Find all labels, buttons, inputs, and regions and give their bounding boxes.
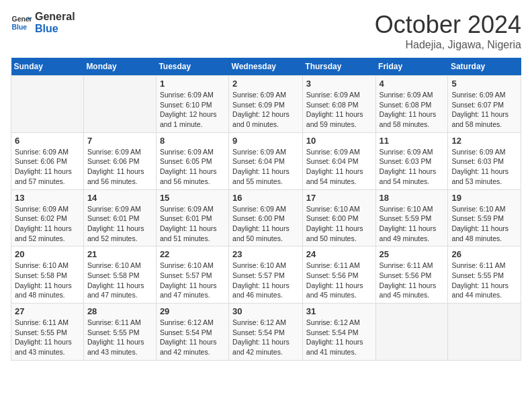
day-number: 18 <box>380 193 445 203</box>
calendar-cell: 2Sunrise: 6:09 AMSunset: 6:09 PMDaylight… <box>229 76 303 133</box>
day-info: Sunrise: 6:09 AMSunset: 6:09 PMDaylight:… <box>232 90 299 130</box>
day-info: Sunrise: 6:10 AMSunset: 5:57 PMDaylight:… <box>232 261 299 300</box>
calendar-week: 20Sunrise: 6:10 AMSunset: 5:58 PMDayligh… <box>11 246 521 304</box>
calendar-cell: 14Sunrise: 6:09 AMSunset: 6:01 PMDayligh… <box>83 189 156 246</box>
day-info: Sunrise: 6:09 AMSunset: 6:01 PMDaylight:… <box>160 204 225 244</box>
weekday-row: SundayMondayTuesdayWednesdayThursdayFrid… <box>11 58 521 76</box>
calendar-table: SundayMondayTuesdayWednesdayThursdayFrid… <box>11 58 521 361</box>
calendar-cell: 22Sunrise: 6:10 AMSunset: 5:57 PMDayligh… <box>156 246 228 304</box>
calendar-cell: 4Sunrise: 6:09 AMSunset: 6:08 PMDaylight… <box>375 76 448 133</box>
day-info: Sunrise: 6:12 AMSunset: 5:54 PMDaylight:… <box>160 318 225 357</box>
day-info: Sunrise: 6:09 AMSunset: 6:07 PMDaylight:… <box>451 90 517 130</box>
day-info: Sunrise: 6:11 AMSunset: 5:56 PMDaylight:… <box>306 261 372 300</box>
day-number: 13 <box>15 193 80 203</box>
day-number: 7 <box>87 136 152 146</box>
day-info: Sunrise: 6:10 AMSunset: 5:57 PMDaylight:… <box>160 261 225 300</box>
day-number: 6 <box>15 136 80 146</box>
day-info: Sunrise: 6:09 AMSunset: 6:05 PMDaylight:… <box>160 147 225 187</box>
calendar-week: 1Sunrise: 6:09 AMSunset: 6:10 PMDaylight… <box>11 76 521 133</box>
day-info: Sunrise: 6:10 AMSunset: 5:59 PMDaylight:… <box>380 204 445 244</box>
day-info: Sunrise: 6:11 AMSunset: 5:55 PMDaylight:… <box>451 261 517 300</box>
calendar-cell: 20Sunrise: 6:10 AMSunset: 5:58 PMDayligh… <box>11 246 84 304</box>
day-number: 31 <box>306 306 372 316</box>
calendar-cell: 1Sunrise: 6:09 AMSunset: 6:10 PMDaylight… <box>156 76 228 133</box>
day-info: Sunrise: 6:09 AMSunset: 6:06 PMDaylight:… <box>87 147 152 187</box>
calendar-cell: 12Sunrise: 6:09 AMSunset: 6:03 PMDayligh… <box>448 132 521 189</box>
calendar-body: 1Sunrise: 6:09 AMSunset: 6:10 PMDaylight… <box>11 76 521 361</box>
svg-text:Blue: Blue <box>12 23 28 30</box>
calendar-cell: 27Sunrise: 6:11 AMSunset: 5:55 PMDayligh… <box>11 304 84 361</box>
calendar-cell: 19Sunrise: 6:10 AMSunset: 5:59 PMDayligh… <box>448 189 521 246</box>
day-number: 27 <box>15 306 80 316</box>
month-title: October 2024 <box>375 11 521 39</box>
calendar-cell: 23Sunrise: 6:10 AMSunset: 5:57 PMDayligh… <box>229 246 303 304</box>
weekday-header: Sunday <box>11 58 84 76</box>
day-number: 20 <box>15 249 80 259</box>
calendar-cell: 11Sunrise: 6:09 AMSunset: 6:03 PMDayligh… <box>375 132 448 189</box>
calendar-cell: 16Sunrise: 6:09 AMSunset: 6:00 PMDayligh… <box>229 189 303 246</box>
day-number: 9 <box>232 136 299 146</box>
day-number: 19 <box>451 193 517 203</box>
day-info: Sunrise: 6:10 AMSunset: 5:59 PMDaylight:… <box>451 204 517 244</box>
day-number: 1 <box>160 79 225 89</box>
calendar-cell: 13Sunrise: 6:09 AMSunset: 6:02 PMDayligh… <box>11 189 84 246</box>
day-info: Sunrise: 6:10 AMSunset: 5:58 PMDaylight:… <box>87 261 152 300</box>
calendar-cell: 25Sunrise: 6:11 AMSunset: 5:56 PMDayligh… <box>375 246 448 304</box>
day-number: 4 <box>380 79 445 89</box>
weekday-header: Saturday <box>448 58 521 76</box>
day-info: Sunrise: 6:09 AMSunset: 6:00 PMDaylight:… <box>232 204 299 244</box>
day-info: Sunrise: 6:09 AMSunset: 6:02 PMDaylight:… <box>15 204 80 244</box>
logo-text: General Blue <box>35 11 75 34</box>
weekday-header: Thursday <box>302 58 375 76</box>
calendar-cell: 3Sunrise: 6:09 AMSunset: 6:08 PMDaylight… <box>302 76 375 133</box>
page-header: General Blue General Blue October 2024 H… <box>11 11 521 51</box>
calendar-cell: 28Sunrise: 6:11 AMSunset: 5:55 PMDayligh… <box>83 304 156 361</box>
day-number: 14 <box>87 193 152 203</box>
title-block: October 2024 Hadejia, Jigawa, Nigeria <box>375 11 521 51</box>
day-number: 21 <box>87 249 152 259</box>
day-number: 5 <box>451 79 517 89</box>
calendar-cell: 6Sunrise: 6:09 AMSunset: 6:06 PMDaylight… <box>11 132 84 189</box>
day-info: Sunrise: 6:09 AMSunset: 6:04 PMDaylight:… <box>232 147 299 187</box>
day-number: 12 <box>451 136 517 146</box>
day-info: Sunrise: 6:11 AMSunset: 5:55 PMDaylight:… <box>15 318 80 357</box>
day-info: Sunrise: 6:09 AMSunset: 6:04 PMDaylight:… <box>306 147 372 187</box>
day-number: 2 <box>232 79 299 89</box>
calendar-cell: 30Sunrise: 6:12 AMSunset: 5:54 PMDayligh… <box>229 304 303 361</box>
day-info: Sunrise: 6:09 AMSunset: 6:01 PMDaylight:… <box>87 204 152 244</box>
weekday-header: Tuesday <box>156 58 228 76</box>
day-info: Sunrise: 6:09 AMSunset: 6:10 PMDaylight:… <box>160 90 225 130</box>
calendar-cell: 8Sunrise: 6:09 AMSunset: 6:05 PMDaylight… <box>156 132 228 189</box>
day-number: 23 <box>232 249 299 259</box>
calendar-cell: 18Sunrise: 6:10 AMSunset: 5:59 PMDayligh… <box>375 189 448 246</box>
location-title: Hadejia, Jigawa, Nigeria <box>375 39 521 51</box>
day-number: 15 <box>160 193 225 203</box>
calendar-cell: 9Sunrise: 6:09 AMSunset: 6:04 PMDaylight… <box>229 132 303 189</box>
day-number: 29 <box>160 306 225 316</box>
day-info: Sunrise: 6:10 AMSunset: 5:58 PMDaylight:… <box>15 261 80 300</box>
day-info: Sunrise: 6:09 AMSunset: 6:08 PMDaylight:… <box>306 90 372 130</box>
calendar-cell: 10Sunrise: 6:09 AMSunset: 6:04 PMDayligh… <box>302 132 375 189</box>
day-number: 25 <box>380 249 445 259</box>
day-number: 8 <box>160 136 225 146</box>
day-info: Sunrise: 6:10 AMSunset: 6:00 PMDaylight:… <box>306 204 372 244</box>
day-info: Sunrise: 6:12 AMSunset: 5:54 PMDaylight:… <box>232 318 299 357</box>
day-number: 3 <box>306 79 372 89</box>
calendar-week: 6Sunrise: 6:09 AMSunset: 6:06 PMDaylight… <box>11 132 521 189</box>
day-info: Sunrise: 6:12 AMSunset: 5:54 PMDaylight:… <box>306 318 372 357</box>
calendar-cell: 5Sunrise: 6:09 AMSunset: 6:07 PMDaylight… <box>448 76 521 133</box>
calendar-cell <box>448 304 521 361</box>
day-number: 16 <box>232 193 299 203</box>
day-number: 22 <box>160 249 225 259</box>
weekday-header: Friday <box>375 58 448 76</box>
day-number: 26 <box>451 249 517 259</box>
day-info: Sunrise: 6:11 AMSunset: 5:55 PMDaylight:… <box>87 318 152 357</box>
logo: General Blue General Blue <box>11 11 75 34</box>
calendar-cell: 24Sunrise: 6:11 AMSunset: 5:56 PMDayligh… <box>302 246 375 304</box>
calendar-cell: 29Sunrise: 6:12 AMSunset: 5:54 PMDayligh… <box>156 304 228 361</box>
calendar-cell <box>11 76 84 133</box>
day-number: 11 <box>380 136 445 146</box>
calendar-cell: 15Sunrise: 6:09 AMSunset: 6:01 PMDayligh… <box>156 189 228 246</box>
calendar-cell: 21Sunrise: 6:10 AMSunset: 5:58 PMDayligh… <box>83 246 156 304</box>
logo-icon: General Blue <box>11 12 32 34</box>
